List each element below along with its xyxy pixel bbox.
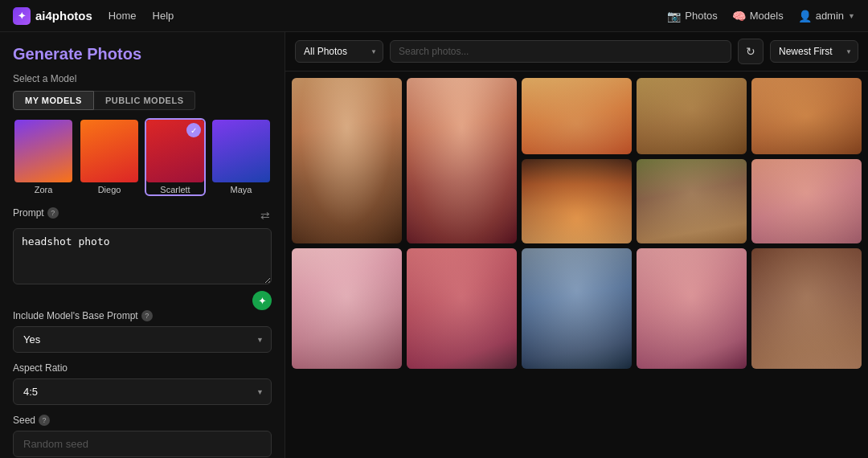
prompt-textarea[interactable]: headshot photo [13,228,272,284]
photo-cell-3[interactable] [637,78,747,154]
prompt-label: Prompt ? [13,207,59,219]
photos-icon: 📷 [667,10,681,22]
nav-right: 📷 Photos 🧠 Models 👤 admin ▼ [667,10,855,22]
aspect-ratio-select-wrap: 4:5 1:1 16:9 9:16 [13,378,272,405]
nav-help[interactable]: Help [153,10,174,22]
ai-enhance-icon[interactable]: ✦ [252,291,272,310]
photo-cell-8[interactable] [751,159,862,243]
aspect-ratio-label: Aspect Ratio [13,362,272,374]
seed-field: Seed ? [13,415,272,457]
include-base-prompt-help-icon[interactable]: ? [141,310,153,321]
gallery-filter-wrap: All Photos My Photos Favorites [295,40,383,63]
search-input[interactable] [390,40,731,63]
include-base-prompt-field: Include Model's Base Prompt ? Yes No [13,310,272,353]
photo-cell-9[interactable] [292,248,402,369]
model-name-scarlett: Scarlett [146,185,204,194]
prompt-row: Prompt ? ⇄ [13,207,272,223]
photo-cell-6[interactable] [522,159,632,243]
model-thumb-maya [212,120,270,182]
photos-label: Photos [685,10,717,22]
photo-cell-4[interactable] [407,78,517,243]
model-name-maya: Maya [212,185,270,194]
seed-help-icon[interactable]: ? [39,415,50,426]
nav-models[interactable]: 🧠 Models [732,10,784,22]
gallery-filter-select[interactable]: All Photos My Photos Favorites [295,40,383,63]
model-card-scarlett[interactable]: ✓ Scarlett [145,118,206,196]
model-name-zora: Zora [14,185,72,194]
aspect-ratio-select[interactable]: 4:5 1:1 16:9 9:16 [13,378,272,405]
tab-my-models[interactable]: MY MODELS [13,91,94,110]
refresh-button[interactable]: ↻ [738,39,764,64]
photo-cell-12[interactable] [637,248,747,369]
photo-cell-1[interactable] [292,78,402,243]
gallery: All Photos My Photos Favorites ↻ Newest … [285,32,868,458]
sort-select[interactable]: Newest First Oldest First Most Liked [770,40,858,63]
photo-grid [285,72,868,458]
search-wrap [390,40,731,63]
nav-user[interactable]: 👤 admin ▼ [798,10,855,22]
photo-cell-10[interactable] [407,248,517,369]
user-icon: 👤 [798,10,812,22]
prompt-area-wrap: headshot photo ✦ [13,228,272,310]
seed-label: Seed ? [13,415,272,426]
model-thumb-diego [80,120,138,182]
sort-wrap: Newest First Oldest First Most Liked [770,40,858,63]
nav-photos[interactable]: 📷 Photos [667,10,717,22]
model-card-zora[interactable]: Zora [13,118,74,196]
model-thumb-zora [14,120,72,182]
sidebar: Generate Photos Select a Model MY MODELS… [0,32,285,458]
photo-cell-11[interactable] [522,248,632,369]
model-grid: Zora Diego ✓ Scarlett Maya [13,118,272,196]
page-title: Generate Photos [13,45,272,63]
user-label: admin [816,10,844,22]
chevron-down-icon: ▼ [848,12,855,20]
include-base-prompt-select[interactable]: Yes No [13,326,272,353]
nav-home[interactable]: Home [108,10,137,22]
include-base-prompt-select-wrap: Yes No [13,326,272,353]
shuffle-button[interactable]: ⇄ [259,207,272,223]
photo-cell-7[interactable] [637,159,747,243]
model-name-diego: Diego [80,185,138,194]
photo-cell-13[interactable] [751,248,862,369]
include-base-prompt-label: Include Model's Base Prompt ? [13,310,272,321]
tab-public-models[interactable]: PUBLIC MODELS [94,91,196,110]
seed-input[interactable] [13,431,272,457]
app-name: ai4photos [35,9,92,22]
prompt-bottom-icons: ✦ [13,291,272,310]
model-card-maya[interactable]: Maya [211,118,272,196]
main-layout: Generate Photos Select a Model MY MODELS… [0,32,868,458]
top-navigation: ✦ ai4photos Home Help 📷 Photos 🧠 Models … [0,0,868,32]
aspect-ratio-field: Aspect Ratio 4:5 1:1 16:9 9:16 [13,362,272,405]
model-tabs: MY MODELS PUBLIC MODELS [13,91,272,110]
model-card-diego[interactable]: Diego [79,118,140,196]
logo[interactable]: ✦ ai4photos [13,7,92,25]
photo-cell-5[interactable] [751,78,862,154]
gallery-toolbar: All Photos My Photos Favorites ↻ Newest … [285,32,868,72]
select-model-label: Select a Model [13,73,272,84]
prompt-help-icon[interactable]: ? [47,207,59,219]
logo-icon: ✦ [13,7,31,25]
selected-checkmark: ✓ [186,123,201,137]
models-icon: 🧠 [732,10,746,22]
models-label: Models [750,10,784,22]
photo-cell-2[interactable] [522,78,632,154]
